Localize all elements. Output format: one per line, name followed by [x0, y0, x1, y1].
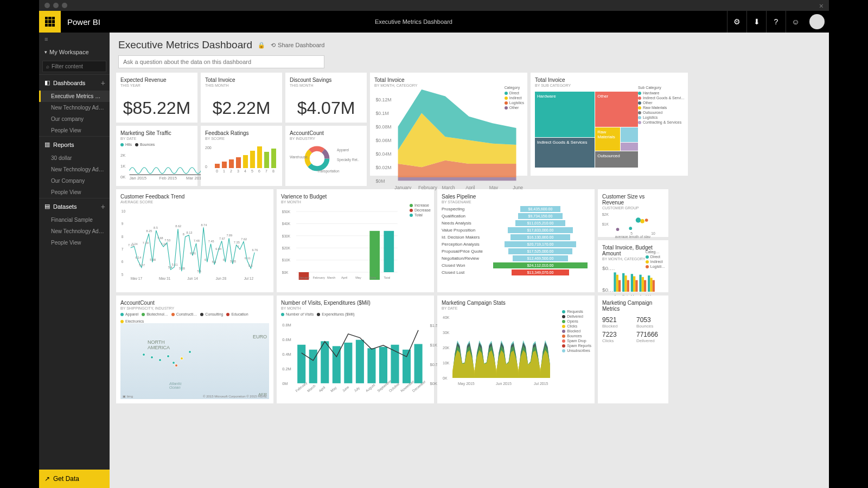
- window-control-close[interactable]: [44, 3, 50, 8]
- chart-campaign-stats[interactable]: Marketing Campaign Stats BY DATE Request…: [437, 296, 595, 403]
- chart-visits[interactable]: Number of Visits, Expenditures ($Mil) BY…: [277, 296, 434, 403]
- share-button[interactable]: ⟲Share Dashboard: [271, 42, 324, 49]
- qa-input[interactable]: [118, 55, 324, 68]
- sidebar-section-datasets[interactable]: ▤Datasets+: [39, 198, 110, 214]
- add-dataset-icon[interactable]: +: [101, 202, 105, 211]
- svg-text:$20K: $20K: [282, 246, 291, 250]
- svg-text:Jun 28: Jun 28: [215, 277, 226, 280]
- hamburger-icon[interactable]: ≡: [39, 33, 110, 46]
- svg-text:$0K: $0K: [430, 381, 437, 386]
- sidebar-item-dataset[interactable]: New Technology Adopti…: [39, 226, 110, 237]
- svg-point-126: [640, 219, 644, 223]
- titlebar: ×: [39, 0, 829, 11]
- user-avatar[interactable]: [809, 14, 825, 29]
- help-icon[interactable]: ?: [766, 11, 786, 33]
- svg-text:$0.06M: $0.06M: [375, 138, 391, 143]
- svg-rect-180: [391, 345, 399, 383]
- chart-variance[interactable]: Varience to Budget BY MONTH IncreaseDecr…: [277, 189, 434, 292]
- svg-text:1: 1: [223, 169, 225, 173]
- svg-text:$40K: $40K: [282, 222, 291, 226]
- map-visual[interactable]: NORTHAMERICA EURO AtlanticOcean AFR ▣ bi…: [120, 323, 269, 399]
- svg-text:6.11: 6.11: [245, 256, 251, 260]
- chart-account-count[interactable]: AccountCount BY INDUSTRY Warehouse…Appar…: [285, 126, 367, 186]
- svg-text:$0.08M: $0.08M: [375, 124, 391, 130]
- svg-text:7.48: 7.48: [194, 239, 200, 242]
- sidebar-item-dataset[interactable]: Financial Sample: [39, 214, 110, 226]
- close-icon[interactable]: ×: [819, 2, 824, 10]
- chart-account-map[interactable]: AccountCount BY SHIPPINGCITY, INDUSTRY A…: [116, 296, 273, 403]
- svg-text:10: 10: [651, 232, 655, 235]
- sidebar-item-dataset[interactable]: People View: [39, 237, 110, 248]
- app-launcher-icon[interactable]: [39, 11, 61, 33]
- svg-text:average length of stay: average length of stay: [615, 235, 651, 238]
- get-data-button[interactable]: ↗Get Data: [39, 470, 110, 488]
- svg-rect-147: [639, 275, 641, 292]
- svg-rect-166: [309, 350, 317, 383]
- chart-invoice-category[interactable]: Total Invoice BY MONTH, CATEGORY Categor…: [370, 73, 527, 176]
- chart-site-traffic[interactable]: Marketing Site Traffic BY DATE HitsBounc…: [116, 126, 197, 186]
- svg-rect-39: [271, 149, 276, 168]
- sidebar-item-report[interactable]: People View: [39, 187, 110, 198]
- svg-text:0.4M: 0.4M: [282, 352, 291, 357]
- svg-text:February: February: [313, 276, 326, 279]
- card-campaign-metrics[interactable]: Marketing Campaign Metrics 9521Blocked70…: [598, 296, 668, 403]
- workspace-selector[interactable]: ▾My Workspace: [39, 46, 110, 59]
- sidebar-item-report[interactable]: 30 dollar: [39, 152, 110, 164]
- chart-invoice-subcategory[interactable]: Total Invoice BY SUB CATEGORY Sub Catego…: [531, 73, 688, 176]
- svg-rect-172: [344, 343, 352, 383]
- window-control-minimize[interactable]: [53, 3, 59, 8]
- svg-text:6.51: 6.51: [190, 252, 196, 255]
- kpi-total-invoice[interactable]: Total Invoice THIS MONTH $2.22M: [201, 73, 282, 123]
- chart-feedback[interactable]: Feedback Ratings BY SCORE 0123456782000: [201, 126, 282, 186]
- chart-pipeline[interactable]: Sales Pipeline BY STAGENAME Prospecting$…: [437, 189, 595, 292]
- svg-point-125: [636, 217, 641, 223]
- svg-text:Transportation: Transportation: [317, 169, 340, 174]
- svg-text:Jun 14: Jun 14: [187, 277, 198, 280]
- kpi-discount-savings[interactable]: Discount Savings THIS MONTH $4.07M: [285, 73, 367, 123]
- svg-text:$0.02M: $0.02M: [375, 165, 391, 170]
- feedback-icon[interactable]: ☺: [786, 11, 805, 33]
- filter-input[interactable]: ⌕Filter content: [42, 61, 106, 72]
- svg-text:4: 4: [244, 169, 246, 173]
- svg-rect-27: [229, 159, 234, 168]
- sidebar-item-dashboard[interactable]: Executive Metrics Dashb…: [39, 91, 110, 102]
- dataset-icon: ▤: [44, 203, 50, 210]
- sidebar-section-dashboards[interactable]: ◧Dashboards+: [39, 74, 110, 91]
- sidebar-item-dashboard[interactable]: Our company: [39, 113, 110, 125]
- svg-text:May 31: May 31: [159, 277, 171, 280]
- svg-text:Specialty Ret…: Specialty Ret…: [337, 158, 359, 162]
- svg-text:5.8: 5.8: [212, 260, 216, 264]
- svg-rect-145: [635, 280, 637, 292]
- svg-text:5.1: 5.1: [197, 269, 202, 273]
- window-control-maximize[interactable]: [62, 3, 67, 8]
- sidebar-item-report[interactable]: Our Company: [39, 175, 110, 187]
- download-icon[interactable]: ⬇: [746, 11, 766, 33]
- svg-rect-35: [257, 146, 262, 168]
- svg-text:Apparel: Apparel: [337, 148, 349, 152]
- svg-text:8: 8: [272, 169, 275, 173]
- sidebar-item-dashboard[interactable]: New Technology Adoption: [39, 102, 110, 113]
- svg-text:5: 5: [251, 169, 253, 173]
- svg-text:7.67: 7.67: [219, 237, 225, 240]
- svg-text:$0.…: $0.…: [602, 287, 615, 293]
- kpi-expected-revenue[interactable]: Expected Revenue THIS YEAR $85.22M: [116, 73, 197, 123]
- settings-icon[interactable]: ⚙: [727, 11, 746, 33]
- svg-text:30K: 30K: [443, 331, 450, 335]
- svg-text:$1K: $1K: [602, 222, 609, 226]
- chart-invoice-budget[interactable]: Total Invoice, Budget Amount BY MONTH, C…: [598, 240, 668, 292]
- chart-customer-size[interactable]: Customer Size vs Revenue CUSTOMER GROUP …: [598, 189, 668, 237]
- svg-rect-178: [379, 347, 387, 383]
- svg-rect-135: [614, 272, 616, 292]
- svg-text:5.28: 5.28: [179, 267, 185, 270]
- sidebar-item-dashboard[interactable]: People View: [39, 125, 110, 136]
- svg-text:3: 3: [237, 169, 239, 173]
- page-title: Executive Metrics Dashboard: [118, 39, 252, 51]
- svg-text:9: 9: [122, 222, 124, 226]
- svg-text:August: August: [365, 383, 376, 392]
- add-dashboard-icon[interactable]: +: [101, 79, 105, 87]
- svg-text:7.89: 7.89: [226, 234, 232, 237]
- svg-text:$0.04M: $0.04M: [375, 151, 391, 157]
- chart-customer-trend[interactable]: Customer Feedback Trend AVERAGE SCORE 7.…: [116, 189, 273, 292]
- sidebar-item-report[interactable]: New Technology Adopti…: [39, 164, 110, 175]
- sidebar-section-reports[interactable]: ▥Reports: [39, 136, 110, 152]
